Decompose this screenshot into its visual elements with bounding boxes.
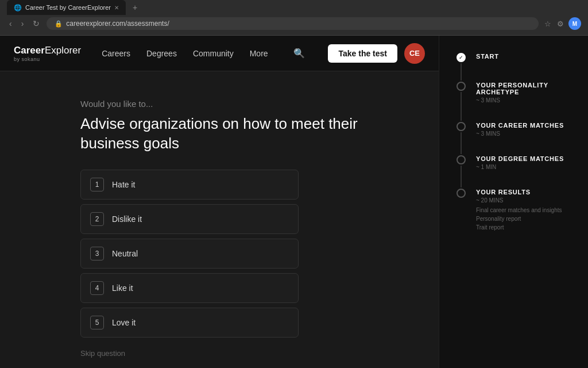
option-neutral[interactable]: 3 Neutral: [80, 239, 299, 269]
timeline-dot-personality: [457, 82, 466, 91]
logo-bold: Career: [14, 45, 45, 56]
option-love-it[interactable]: 5 Love it: [80, 308, 299, 338]
option-number-1: 1: [90, 178, 104, 191]
url-text: careerexplorer.com/assessments/: [66, 20, 169, 28]
timeline-line-career: [461, 132, 462, 154]
browser-profile-initial: M: [572, 21, 577, 27]
results-line-2: Personality report: [476, 214, 562, 223]
results-line-1: Final career matches and insights: [476, 206, 562, 214]
option-number-5: 5: [90, 316, 104, 329]
browser-profile-avatar[interactable]: M: [568, 17, 581, 30]
forward-button[interactable]: ›: [19, 18, 26, 29]
timeline-dot-results: [457, 189, 466, 198]
option-label-2: Dislike it: [112, 214, 142, 224]
timeline-left-results: [455, 189, 467, 248]
back-button[interactable]: ‹: [7, 18, 14, 29]
option-label-1: Hate it: [112, 180, 135, 189]
timeline-content-degree: YOUR DEGREE MATCHES ~ 1 MIN: [476, 155, 564, 189]
logo-light: Explorer: [45, 45, 81, 56]
timeline-sub-results: Final career matches and insights Person…: [476, 206, 562, 232]
timeline-content-start: START: [476, 53, 499, 82]
browser-actions: ☆ ⚙ M: [543, 17, 581, 30]
results-line-3: Trait report: [476, 223, 562, 232]
timeline-content-personality: YOUR PERSONALITY ARCHETYPE ~ 3 MINS: [476, 82, 572, 122]
bookmark-icon[interactable]: ☆: [543, 18, 552, 29]
timeline-dot-degree: [457, 155, 466, 164]
nav-more[interactable]: More: [250, 49, 268, 58]
timeline-left-degree: [455, 155, 467, 189]
option-dislike-it[interactable]: 2 Dislike it: [80, 204, 299, 234]
content-area: Would you like to... Advise organization…: [0, 71, 439, 368]
timeline-left-start: [455, 53, 467, 82]
timeline-content-career: YOUR CAREER MATCHES ~ 3 MINS: [476, 122, 564, 155]
option-label-5: Love it: [112, 318, 136, 327]
tab-bar: 🌐 Career Test by CareerExplorer ✕ +: [0, 0, 588, 15]
search-icon[interactable]: 🔍: [293, 48, 305, 59]
timeline-title-personality: YOUR PERSONALITY ARCHETYPE: [476, 82, 572, 95]
timeline-item-personality: YOUR PERSONALITY ARCHETYPE ~ 3 MINS: [455, 82, 572, 122]
active-tab[interactable]: 🌐 Career Test by CareerExplorer ✕: [7, 0, 126, 15]
nav-careers[interactable]: Careers: [102, 49, 130, 58]
question-prompt: Would you like to...: [80, 99, 404, 109]
address-bar[interactable]: 🔒 careerexplorer.com/assessments/: [47, 17, 539, 30]
timeline-line-start: [461, 63, 462, 80]
option-number-3: 3: [90, 247, 104, 260]
sidebar: START YOUR PERSONALITY ARCHETYPE ~ 3 MIN…: [439, 36, 588, 368]
nav-degrees[interactable]: Degrees: [146, 49, 177, 58]
option-hate-it[interactable]: 1 Hate it: [80, 170, 299, 200]
question-title: Advise organizations on how to meet thei…: [80, 114, 404, 154]
app: CareerExplorer by sokanu Careers Degrees…: [0, 36, 588, 368]
timeline-title-degree: YOUR DEGREE MATCHES: [476, 155, 564, 162]
skip-question-button[interactable]: Skip question: [80, 349, 404, 358]
answer-options: 1 Hate it 2 Dislike it 3 Neutral 4 Like …: [80, 170, 299, 338]
tab-title: Career Test by CareerExplorer: [25, 4, 111, 11]
timeline-meta-personality: ~ 3 MINS: [476, 97, 572, 103]
timeline-meta-degree: ~ 1 MIN: [476, 164, 564, 170]
option-number-2: 2: [90, 212, 104, 226]
main-area: CareerExplorer by sokanu Careers Degrees…: [0, 36, 439, 368]
timeline-dot-career: [457, 122, 466, 131]
tab-close-icon[interactable]: ✕: [114, 5, 119, 11]
timeline-meta-career: ~ 3 MINS: [476, 131, 564, 137]
timeline-content-results: YOUR RESULTS ~ 20 MINS Final career matc…: [476, 189, 562, 248]
timeline-item-results: YOUR RESULTS ~ 20 MINS Final career matc…: [455, 189, 572, 248]
option-like-it[interactable]: 4 Like it: [80, 273, 299, 303]
option-label-4: Like it: [112, 283, 133, 293]
timeline-left-personality: [455, 82, 467, 122]
address-bar-row: ‹ › ↻ 🔒 careerexplorer.com/assessments/ …: [0, 15, 588, 32]
nav-community[interactable]: Community: [193, 49, 234, 58]
timeline-title-start: START: [476, 53, 499, 60]
ce-avatar[interactable]: CE: [404, 43, 425, 64]
timeline-item-degree: YOUR DEGREE MATCHES ~ 1 MIN: [455, 155, 572, 189]
reload-button[interactable]: ↻: [30, 18, 42, 29]
take-test-button[interactable]: Take the test: [328, 44, 397, 63]
logo-area: CareerExplorer by sokanu: [14, 45, 81, 62]
new-tab-button[interactable]: +: [128, 1, 142, 14]
option-number-4: 4: [90, 281, 104, 295]
navbar: CareerExplorer by sokanu Careers Degrees…: [0, 36, 439, 71]
logo-sub: by sokanu: [14, 56, 81, 62]
timeline-item-career: YOUR CAREER MATCHES ~ 3 MINS: [455, 122, 572, 155]
logo[interactable]: CareerExplorer: [14, 45, 81, 56]
nav-links: Careers Degrees Community More 🔍: [102, 48, 304, 59]
lock-icon: 🔒: [55, 20, 63, 28]
timeline-title-career: YOUR CAREER MATCHES: [476, 122, 564, 129]
sidebar-timeline: START YOUR PERSONALITY ARCHETYPE ~ 3 MIN…: [455, 53, 572, 248]
option-label-3: Neutral: [112, 249, 138, 258]
timeline-item-start: START: [455, 53, 572, 82]
timeline-title-results: YOUR RESULTS: [476, 189, 562, 195]
browser-chrome: 🌐 Career Test by CareerExplorer ✕ + ‹ › …: [0, 0, 588, 36]
timeline-line-degree: [461, 166, 462, 187]
timeline-line-personality: [461, 92, 462, 121]
extensions-icon[interactable]: ⚙: [556, 18, 565, 29]
timeline-dot-start: [457, 53, 466, 62]
timeline-left-career: [455, 122, 467, 155]
timeline-meta-results: ~ 20 MINS: [476, 197, 562, 204]
